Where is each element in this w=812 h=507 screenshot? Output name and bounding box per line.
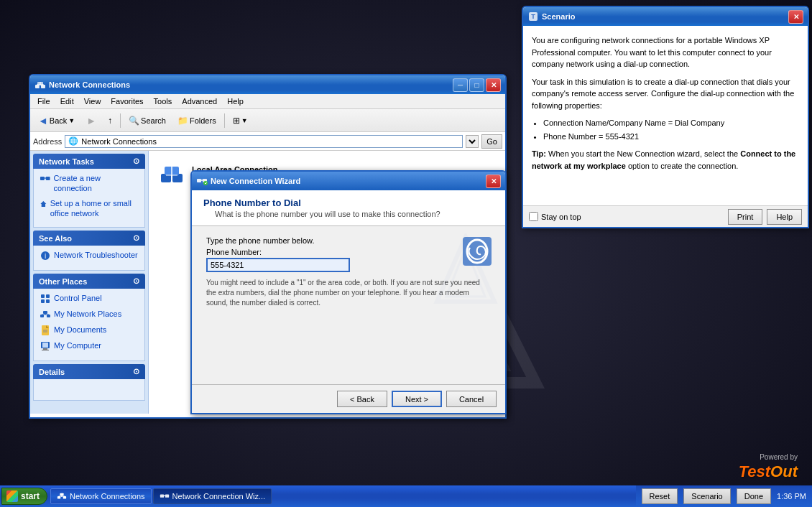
menu-tools[interactable]: Tools xyxy=(149,96,177,107)
scenario-close-button[interactable]: ✕ xyxy=(788,10,803,24)
menu-file[interactable]: File xyxy=(33,96,55,107)
other-places-collapse-icon: ⊙ xyxy=(133,276,139,286)
my-documents-label: My Documents xyxy=(54,325,106,335)
cancel-button[interactable]: Cancel xyxy=(446,391,497,407)
network-tasks-title: Network Tasks xyxy=(39,157,94,166)
wizard-header-title: Phone Number to Dial xyxy=(203,197,494,208)
search-button[interactable]: 🔍 Search xyxy=(124,112,171,129)
address-label: Address xyxy=(33,137,62,146)
up-icon: ↑ xyxy=(108,116,112,126)
taskbar-item-network[interactable]: Network Connections xyxy=(50,488,152,504)
taskbar-wizard-icon xyxy=(160,491,170,501)
scenario-controls: ✕ xyxy=(788,10,803,24)
menu-view[interactable]: View xyxy=(80,96,106,107)
my-documents-icon xyxy=(40,325,51,336)
back-dropdown-icon[interactable]: ▼ xyxy=(68,117,75,124)
home-network-label: Set up a home or small office network xyxy=(50,198,139,219)
network-tasks-section: Network Tasks ⊙ Create a new connection xyxy=(33,154,145,228)
other-places-title: Other Places xyxy=(39,277,87,286)
wizard-window: New Connection Wizard ✕ Phone Number to … xyxy=(190,170,507,414)
go-button[interactable]: Go xyxy=(481,134,502,149)
view-dropdown-icon[interactable]: ▼ xyxy=(241,117,248,124)
taskbar-right: Reset Scenario Done 1:36 PM xyxy=(636,485,812,507)
search-icon: 🔍 xyxy=(129,116,139,126)
scenario-para1: You are configuring network connections … xyxy=(532,34,799,70)
see-also-collapse-icon: ⊙ xyxy=(133,233,139,243)
folders-icon: 📁 xyxy=(177,116,188,126)
my-computer-icon xyxy=(40,340,51,352)
reset-button[interactable]: Reset xyxy=(642,488,678,504)
windows-logo xyxy=(6,490,18,502)
phone-icon xyxy=(459,233,495,269)
menu-edit[interactable]: Edit xyxy=(56,96,78,107)
scenario-titlebar: T Scenario ✕ xyxy=(523,7,808,26)
tip-text: When you start the New Connection wizard… xyxy=(548,149,740,158)
scenario-footer-buttons: Print Help xyxy=(728,209,802,225)
phone-input[interactable] xyxy=(206,258,350,272)
maximize-button[interactable]: □ xyxy=(469,78,484,92)
folders-button[interactable]: 📁 Folders xyxy=(172,112,221,129)
next-button[interactable]: Next > xyxy=(392,391,442,407)
other-places-header[interactable]: Other Places ⊙ xyxy=(33,274,145,289)
tip-suffix: option to create the connection. xyxy=(628,162,739,170)
menu-advanced[interactable]: Advanced xyxy=(177,96,221,107)
svg-rect-53 xyxy=(60,493,63,496)
my-network-label: My Network Places xyxy=(54,309,121,319)
home-network-link[interactable]: Set up a home or small office network xyxy=(40,198,139,219)
taskbar-wizard-label: Network Connection Wiz... xyxy=(172,492,266,501)
start-button[interactable]: start xyxy=(1,488,47,505)
menu-favorites[interactable]: Favorites xyxy=(106,96,147,107)
back-button[interactable]: ◄ Back ▼ xyxy=(33,112,80,129)
help-button[interactable]: Help xyxy=(767,209,802,225)
svg-text:T: T xyxy=(531,13,535,20)
see-also-title: See Also xyxy=(39,234,72,243)
stay-on-top-checkbox[interactable] xyxy=(529,212,538,221)
see-also-header[interactable]: See Also ⊙ xyxy=(33,231,145,246)
address-dropdown[interactable] xyxy=(466,135,479,148)
close-button[interactable]: ✕ xyxy=(486,78,501,92)
troubleshooter-link[interactable]: i Network Troubleshooter xyxy=(40,250,139,261)
forward-icon: ► xyxy=(86,115,96,126)
minimize-button[interactable]: ─ xyxy=(453,78,468,92)
my-documents-link[interactable]: My Documents xyxy=(40,325,139,336)
wizard-close-button[interactable]: ✕ xyxy=(486,175,501,188)
wizard-title-text: New Connection Wizard xyxy=(211,177,300,185)
scenario-body: You are configuring network connections … xyxy=(523,26,808,205)
taskbar-network-label: Network Connections xyxy=(70,492,145,501)
address-bar: Address 🌐 Network Connections Go xyxy=(30,132,505,151)
scenario-icon: T xyxy=(527,11,539,22)
details-body xyxy=(33,379,145,401)
toolbar: ◄ Back ▼ ► ↑ 🔍 Search 📁 Folders ⊞ ▼ xyxy=(30,109,505,132)
taskbar-item-wizard[interactable]: Network Connection Wiz... xyxy=(153,488,272,504)
print-button[interactable]: Print xyxy=(728,209,763,225)
network-window-titlebar: Network Connections ─ □ ✕ xyxy=(30,75,505,94)
network-tasks-header[interactable]: Network Tasks ⊙ xyxy=(33,154,145,169)
testout-branding: Powered by TestOut xyxy=(739,453,798,481)
address-field[interactable]: 🌐 Network Connections xyxy=(65,135,463,148)
toolbar-separator-2 xyxy=(224,113,225,128)
back-button[interactable]: < Back xyxy=(337,391,387,407)
wizard-header: Phone Number to Dial What is the phone n… xyxy=(192,190,505,226)
svg-rect-18 xyxy=(41,299,45,303)
left-panel: Network Tasks ⊙ Create a new connection xyxy=(30,151,149,414)
svg-point-42 xyxy=(203,181,208,185)
up-button[interactable]: ↑ xyxy=(103,112,117,129)
scenario-button[interactable]: Scenario xyxy=(683,488,730,504)
forward-button[interactable]: ► xyxy=(81,112,101,129)
my-network-link[interactable]: My Network Places xyxy=(40,309,139,320)
svg-rect-16 xyxy=(41,294,45,298)
scenario-bullets: Connection Name/Company Name = Dial Comp… xyxy=(543,117,799,142)
search-label: Search xyxy=(141,116,166,125)
view-button[interactable]: ⊞ ▼ xyxy=(228,112,253,129)
other-places-section: Other Places ⊙ Control Panel xyxy=(33,274,145,361)
details-header[interactable]: Details ⊙ xyxy=(33,364,145,379)
control-panel-link[interactable]: Control Panel xyxy=(40,293,139,304)
wizard-body: Phone Number to Dial What is the phone n… xyxy=(192,190,505,413)
done-button[interactable]: Done xyxy=(737,488,771,504)
svg-rect-31 xyxy=(43,348,47,350)
svg-text:i: i xyxy=(45,252,46,260)
menu-help[interactable]: Help xyxy=(223,96,248,107)
my-computer-link[interactable]: My Computer xyxy=(40,340,139,352)
create-connection-link[interactable]: Create a new connection xyxy=(40,173,139,194)
scenario-para2: Your task in this simulation is to creat… xyxy=(532,76,799,112)
